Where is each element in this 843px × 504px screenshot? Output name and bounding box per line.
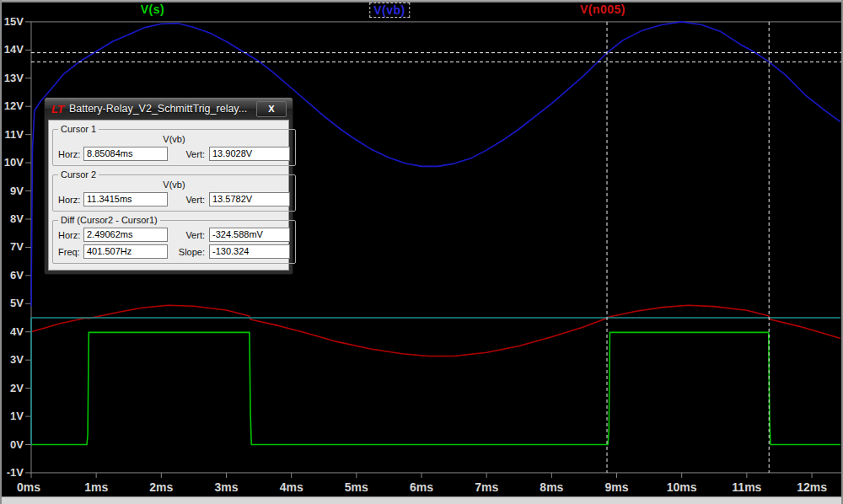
cursor2-horz-field[interactable]: 11.3415ms xyxy=(83,192,168,206)
y-tick-label: 12V xyxy=(4,99,24,112)
window-left-edge xyxy=(0,0,2,504)
x-tick-label: 2ms xyxy=(149,480,173,494)
cursor1-horz-label: Horz: xyxy=(58,149,83,159)
y-tick-label: 4V xyxy=(10,325,24,338)
y-tick-label: 6V xyxy=(10,269,24,281)
y-tick-label: 14V xyxy=(4,43,24,56)
trace-vs[interactable] xyxy=(31,332,840,444)
x-tick-label: 6ms xyxy=(410,480,433,494)
cursor1-group: Cursor 1 V(vb) Horz: 8.85084ms Vert: 13.… xyxy=(52,124,296,166)
cursor2-vert-field[interactable]: 13.5782V xyxy=(209,192,290,206)
y-tick-label: 8V xyxy=(10,212,24,225)
close-icon[interactable]: X xyxy=(256,101,287,117)
x-tick-label: 3ms xyxy=(214,480,238,494)
x-tick-label: 10ms xyxy=(667,480,697,494)
cursor2-group: Cursor 2 V(vb) Horz: 11.3415ms Vert: 13.… xyxy=(52,169,296,212)
y-tick-label: 7V xyxy=(10,240,24,253)
window-top-edge xyxy=(0,0,843,3)
ltspice-waveform-window: 15V14V13V12V11V10V9V8V7V6V5V4V3V2V1V0V-1… xyxy=(0,0,843,504)
diff-group: Diff (Cursor2 - Cursor1) Horz: 2.49062ms… xyxy=(52,215,296,264)
cursor1-group-label: Cursor 1 xyxy=(58,124,99,134)
diff-freq-label: Freq: xyxy=(58,247,83,257)
diff-group-label: Diff (Cursor2 - Cursor1) xyxy=(58,215,160,225)
window-bottom-edge[interactable] xyxy=(0,496,843,504)
y-tick-label: 9V xyxy=(10,185,24,197)
diff-horz-label: Horz: xyxy=(58,230,83,240)
legend-item-vs[interactable]: V(s) xyxy=(137,3,168,16)
diff-vert-label: Vert: xyxy=(169,230,209,240)
x-tick-label: 7ms xyxy=(475,480,498,494)
x-tick-label: 11ms xyxy=(732,480,761,494)
y-tick-label: 15V xyxy=(4,15,24,28)
x-tick-label: 0ms xyxy=(17,480,40,494)
diff-vert-field[interactable]: -324.588mV xyxy=(209,228,290,242)
cursor2-trace-name: V(vb) xyxy=(58,180,290,190)
cursor1-horz-field[interactable]: 8.85084ms xyxy=(83,147,168,161)
x-tick-label: 4ms xyxy=(280,480,303,494)
x-tick-label: 5ms xyxy=(345,480,368,494)
y-tick-label: -1V xyxy=(7,466,24,479)
diff-freq-field[interactable]: 401.507Hz xyxy=(83,244,168,259)
trace-vn005[interactable] xyxy=(31,305,840,356)
cursor1-vert-label: Vert: xyxy=(169,149,209,159)
y-tick-label: 13V xyxy=(4,72,24,84)
cursor1-vert-field[interactable]: 13.9028V xyxy=(209,147,290,161)
legend-item-vvb[interactable]: V(vb) xyxy=(369,3,410,18)
diff-horz-field[interactable]: 2.49062ms xyxy=(83,228,168,242)
y-tick-label: 1V xyxy=(10,410,24,422)
x-tick-label: 9ms xyxy=(605,480,629,494)
trace-threshold[interactable] xyxy=(31,318,840,445)
cursor2-vert-label: Vert: xyxy=(169,195,209,205)
ltspice-icon: LT xyxy=(51,103,64,115)
y-tick-label: 5V xyxy=(10,297,24,309)
y-tick-label: 11V xyxy=(5,128,24,141)
cursor2-horz-label: Horz: xyxy=(58,195,83,205)
x-tick-label: 8ms xyxy=(540,480,563,494)
diff-slope-label: Slope: xyxy=(169,247,209,257)
dialog-body: Cursor 1 V(vb) Horz: 8.85084ms Vert: 13.… xyxy=(48,120,289,271)
dialog-title: Battery-Relay_V2_SchmittTrig_relay... xyxy=(69,103,247,115)
y-tick-label: 10V xyxy=(4,156,24,169)
dialog-titlebar[interactable]: LT Battery-Relay_V2_SchmittTrig_relay...… xyxy=(45,98,293,120)
x-tick-label: 1ms xyxy=(84,480,108,494)
diff-slope-field[interactable]: -130.324 xyxy=(209,244,290,259)
y-tick-label: 0V xyxy=(10,438,24,451)
y-tick-label: 2V xyxy=(10,382,24,394)
cursor1-trace-name: V(vb) xyxy=(58,134,290,144)
legend-item-vn005[interactable]: V(n005) xyxy=(577,3,629,16)
cursor-dialog[interactable]: LT Battery-Relay_V2_SchmittTrig_relay...… xyxy=(44,97,293,275)
y-tick-label: 3V xyxy=(10,353,24,366)
cursor2-group-label: Cursor 2 xyxy=(58,169,99,180)
x-tick-label: 12ms xyxy=(797,480,827,494)
